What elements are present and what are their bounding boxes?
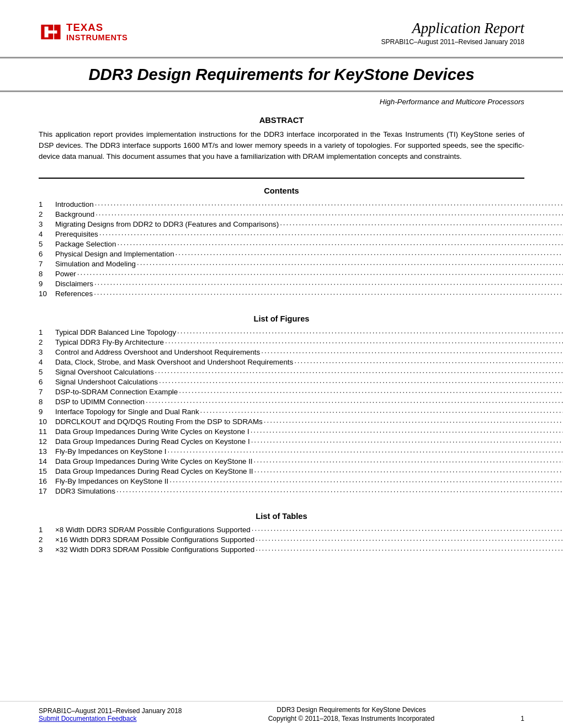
entry-num: 8 [39, 270, 55, 278]
entry-num: 9 [39, 280, 55, 288]
submit-feedback-link[interactable]: Submit Documentation Feedback [39, 715, 182, 722]
subtitle-line: High-Performance and Multicore Processor… [0, 92, 563, 106]
dot-fill: ········································… [77, 270, 563, 278]
list-item: 12Data Group Impedances During Read Cycl… [39, 437, 524, 447]
toc-title: Contents [39, 186, 524, 195]
list-item: 10References····························… [39, 289, 524, 299]
abstract-text: This application report provides impleme… [39, 129, 524, 162]
dot-fill: ········································… [251, 427, 563, 436]
entry-num: 13 [39, 447, 55, 456]
entry-label: References [55, 290, 93, 298]
ti-texas: TEXAS [66, 22, 128, 34]
svg-marker-1 [54, 25, 60, 39]
entry-num: 10 [39, 417, 55, 426]
list-item: 8DSP to UDIMM Connection················… [39, 397, 524, 407]
abstract-title: ABSTRACT [39, 116, 524, 125]
subtitle-text: High-Performance and Multicore Processor… [380, 98, 524, 106]
list-item: 13Fly-By Impedances on KeyStone I·······… [39, 447, 524, 457]
entry-num: 3 [39, 348, 55, 356]
page: TEXAS INSTRUMENTS Application Report SPR… [0, 0, 563, 728]
entry-label: Simulation and Modeling [55, 260, 136, 268]
dot-fill: ········································… [176, 250, 563, 258]
list-item: 1×8 Width DDR3 SDRAM Possible Configurat… [39, 525, 524, 535]
dot-fill: ········································… [94, 280, 563, 288]
entry-label: ×16 Width DDR3 SDRAM Possible Configurat… [55, 536, 254, 544]
list-item: 8Power··································… [39, 269, 524, 279]
entry-num: 1 [39, 526, 55, 534]
entry-label: Introduction [55, 200, 94, 208]
toc-section: Contents 1Introduction··················… [0, 184, 563, 304]
footer-center: DDR3 Design Requirements for KeyStone De… [268, 706, 434, 722]
footer-doc-title: DDR3 Design Requirements for KeyStone De… [268, 706, 434, 714]
app-report-area: Application Report SPRABI1C–August 2011–… [381, 20, 525, 46]
entry-label: Background [55, 210, 94, 218]
toc-entries: 1Introduction···························… [39, 200, 524, 299]
list-item: 16Fly-By Impedances on KeyStone II······… [39, 477, 524, 486]
list-item: 10DDRCLKOUT and DQ/DQS Routing From the … [39, 417, 524, 427]
entry-num: 3 [39, 220, 55, 228]
list-item: 9Interface Topology for Single and Dual … [39, 407, 524, 417]
svg-marker-0 [41, 25, 53, 39]
dot-fill: ········································… [254, 467, 563, 475]
list-item: 17DDR3 Simulations······················… [39, 486, 524, 496]
dot-fill: ········································… [159, 378, 563, 386]
dot-fill: ········································… [169, 477, 563, 485]
figures-entries: 1Typical DDR Balanced Line Topology·····… [39, 328, 524, 496]
entry-num: 1 [39, 328, 55, 336]
entry-num: 3 [39, 545, 55, 554]
dot-fill: ········································… [294, 358, 563, 366]
footer-left: SPRABI1C–August 2011–Revised January 201… [39, 707, 182, 722]
entry-label: Data Group Impedances During Write Cycle… [55, 457, 253, 465]
entry-label: DDR3 Simulations [55, 487, 115, 495]
list-of-tables-section: List of Tables 1×8 Width DDR3 SDRAM Poss… [0, 502, 563, 560]
ti-text-logo: TEXAS INSTRUMENTS [66, 22, 128, 42]
entry-num: 16 [39, 477, 55, 485]
entry-num: 7 [39, 260, 55, 268]
list-of-figures-title: List of Figures [39, 314, 524, 323]
entry-label: Data Group Impedances During Write Cycle… [55, 427, 249, 436]
entry-label: Fly-By Impedances on KeyStone I [55, 447, 167, 456]
entry-num: 2 [39, 210, 55, 218]
list-item: 2Background·····························… [39, 210, 524, 220]
list-item: 3Control and Address Overshoot and Under… [39, 347, 524, 357]
list-item: 3×32 Width DDR3 SDRAM Possible Configura… [39, 545, 524, 555]
entry-num: 11 [39, 427, 55, 436]
dot-fill: ········································… [256, 545, 563, 554]
doc-title-bar: DDR3 Design Requirements for KeyStone De… [0, 57, 563, 92]
list-item: 6Physical Design and Implementation·····… [39, 249, 524, 259]
dot-fill: ········································… [165, 338, 563, 346]
section-divider [39, 178, 524, 179]
entry-label: Data Group Impedances During Read Cycles… [55, 437, 250, 446]
tables-entries: 1×8 Width DDR3 SDRAM Possible Configurat… [39, 525, 524, 555]
dot-fill: ········································… [200, 408, 563, 416]
entry-label: Control and Address Overshoot and Unders… [55, 348, 260, 356]
dot-fill: ········································… [95, 200, 563, 208]
list-item: 4Data, Clock, Strobe, and Mask Overshoot… [39, 357, 524, 367]
footer-copyright: Copyright © 2011–2018, Texas Instruments… [268, 715, 434, 722]
dot-fill: ········································… [177, 328, 563, 336]
entry-label: Prerequisites [55, 230, 98, 238]
entry-label: Migrating Designs from DDR2 to DDR3 (Fea… [55, 220, 279, 228]
entry-num: 17 [39, 487, 55, 495]
entry-num: 12 [39, 437, 55, 446]
entry-label: Signal Undershoot Calculations [55, 378, 158, 386]
dot-fill: ········································… [117, 240, 563, 248]
entry-label: Typical DDR Balanced Line Topology [55, 328, 176, 336]
list-item: 1Typical DDR Balanced Line Topology·····… [39, 328, 524, 338]
dot-fill: ········································… [137, 260, 563, 268]
entry-label: Typical DDR3 Fly-By Architecture [55, 338, 164, 346]
entry-label: Signal Overshoot Calculations [55, 368, 154, 376]
entry-label: Disclaimers [55, 280, 93, 288]
entry-num: 4 [39, 358, 55, 366]
entry-label: Package Selection [55, 240, 116, 248]
list-of-tables-title: List of Tables [39, 512, 524, 521]
entry-label: Interface Topology for Single and Dual R… [55, 408, 199, 416]
dot-fill: ········································… [116, 487, 563, 495]
entry-num: 5 [39, 368, 55, 376]
ti-logo-icon [39, 20, 63, 44]
footer-page-num: 1 [520, 715, 524, 722]
entry-num: 5 [39, 240, 55, 248]
entry-label: Data, Clock, Strobe, and Mask Overshoot … [55, 358, 293, 366]
list-item: 7Simulation and Modeling················… [39, 259, 524, 269]
entry-num: 7 [39, 388, 55, 396]
